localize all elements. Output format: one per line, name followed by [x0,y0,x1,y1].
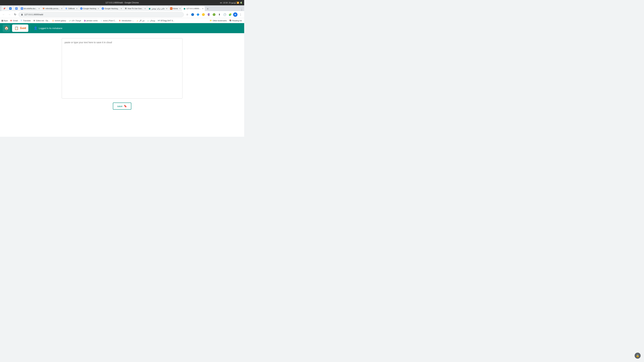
extension-3-button[interactable]: 🟡 [201,12,206,17]
tab-google-hacking-1[interactable]: G Google Hacking ✕ [79,6,100,11]
new-tab-button[interactable]: + [206,7,210,11]
bookmark-star-button[interactable]: ☆ [185,12,190,17]
tab-jati[interactable]: ◉ جاتی برای نوشتن ✕ [147,6,168,11]
tab-pin-2[interactable]: M [8,6,14,11]
close-button[interactable]: ✕ [239,1,243,5]
icono-favicon: i [100,19,102,22]
bookmark-label: میر کار [139,19,144,22]
main-content: save 🔖 [0,33,244,137]
bookmarks-bar: ⊞ Apps M Gmail T Translate M Editor.md -… [0,18,244,23]
profile-button[interactable]: M [233,12,238,17]
save-button[interactable]: save 🔖 [113,103,132,110]
apps-label: Apps [4,19,8,22]
tab-label: How To Use Goo... [128,7,143,9]
intro-favicon: B [119,19,121,22]
tab-close-button[interactable]: ✕ [38,8,40,9]
tab-mthri[interactable]: M mthri/dfp-persia... ✕ [41,6,64,11]
bookmark-label: Introduction -... [122,19,134,22]
reload-button[interactable]: ↻ [13,12,18,17]
torrent-favicon: ◎ [52,19,54,22]
persian-comic-favicon: ◑ [83,19,86,22]
tab-close-button[interactable]: ✕ [179,8,180,9]
save-icon: 🔖 [124,105,127,108]
maximize-button[interactable]: □ [234,1,238,4]
guid-button[interactable]: 📋 Guid [12,24,28,32]
bookmark-label: icono | Pure C... [103,19,116,22]
translate-favicon: T [20,19,22,22]
bookmark-label: Editor.md - Op... [36,19,50,22]
reading-list-icon: 📚 [229,19,232,22]
svg-text:G: G [81,8,82,9]
tab-close-button[interactable]: ✕ [144,8,146,9]
bookmark-gmail[interactable]: M Gmail [9,19,19,22]
tab-close-button[interactable]: ✕ [202,8,204,9]
tab-how-to-use[interactable]: ⌘ How To Use Goo... ✕ [123,6,147,11]
tab-search-button[interactable]: ⋮ [240,8,243,11]
tab-current[interactable]: ◉ 127.0.0.1:8000/... ✕ [182,6,205,11]
extension-1-button[interactable]: 🔵 [190,12,195,17]
tab-favicon: ◉ [148,7,151,10]
bookmark-persian-comic[interactable]: ◑ persian comic [82,19,99,22]
svg-text:G: G [102,8,103,9]
window-title: 127.0.0.1:8000/add - Google Chrome [106,1,139,4]
tab-label: جاتی برای نوشتن [152,7,164,10]
bookmark-reading-list-button[interactable]: 📚 Reading list [228,19,243,22]
extension-5-button[interactable]: 🟢 [212,12,216,17]
tab-pin-3[interactable]: W [14,6,20,11]
tab-home[interactable]: M Home ✕ [169,6,182,11]
bookmark-label: بوستان [150,19,155,22]
save-label: save [117,105,122,108]
history-button[interactable]: 🕐 [222,12,227,17]
tab-favicon: W [15,7,18,10]
bookmark-boustan[interactable]: ب بوستان [146,19,156,22]
tab-label: Google Hacking... [105,7,119,9]
navigation-bar: ← → ↻ 127.0.0.1:8000/add ☆ 🔵 🔷 🟡 🔮 🟢 ⬇ 🕐… [0,11,244,18]
forward-button[interactable]: → [7,12,12,17]
text-input[interactable] [62,38,182,98]
text-area-container [62,38,182,99]
app-header: 🏠 📋 Guid 👤 Logged In As mshabane [0,23,244,33]
home-button[interactable]: 🏠 [3,24,10,32]
tab-favicon: M [9,7,12,10]
bookmark-editor-md[interactable]: M Editor.md - Op... [32,19,50,22]
tab-close-button[interactable]: ✕ [76,8,78,9]
tab-close-button[interactable]: ✕ [98,8,99,9]
bookmark-label: Other bookmarks [213,19,227,22]
more-button[interactable]: ⋮ [238,12,243,17]
extension-2-button[interactable]: 🔷 [196,12,200,17]
home-icon: 🏠 [4,26,9,30]
tab-bit-orbit[interactable]: W bit-orbit/fa.doc... ✕ [20,6,41,11]
tab-favicon: G [80,7,82,10]
tab-google-hacking-2[interactable]: G Google Hacking... ✕ [100,6,123,11]
extensions-button[interactable]: 🧩 [228,12,232,17]
bookmark-other-button[interactable]: 📁 Other bookmarks [209,19,228,22]
user-logged-in-text: Logged In As mshabane [39,27,62,29]
tab-close-button[interactable]: ✕ [166,8,167,9]
apps-grid-icon: ⊞ [1,19,3,22]
downloads-button[interactable]: ⬇ [217,12,222,17]
bookmark-translate[interactable]: T Translate [19,19,32,22]
tab-favicon: ⌘ [124,7,127,10]
bookmark-btdigg[interactable]: inf BTDigg DHT S... [157,19,176,22]
bookmark-label: persian comic [86,19,98,22]
tab-close-button[interactable]: ✕ [61,8,62,9]
bookmark-mir-kar[interactable]: م میر کار [135,19,146,22]
bookmark-label: Reading list [232,19,242,22]
address-bar[interactable]: 127.0.0.1:8000/add [18,12,184,17]
bookmark-torrent-galaxy[interactable]: ◎ torrent galaxy [51,19,67,22]
tab-close-button[interactable]: ✕ [120,8,122,9]
extension-4-button[interactable]: 🔮 [206,12,211,17]
minimize-button[interactable]: ─ [230,1,234,4]
user-info: 👤 Logged In As mshabane [34,26,62,30]
svg-rect-4 [21,14,23,15]
bookmark-foushfa[interactable]: ف فوشفا | خانه [68,19,82,22]
guid-icon: 📋 [14,26,18,30]
apps-button[interactable]: ⊞ Apps [1,19,8,22]
bookmark-icono[interactable]: i icono | Pure C... [99,19,118,22]
bookmark-introduction[interactable]: B Introduction -... [118,19,135,22]
bookmark-label: فوشفا | خانه [72,19,81,22]
gmail-favicon: M [10,19,12,22]
tab-pin-1[interactable]: 📌 [1,6,8,11]
tab-gitbook[interactable]: G GitBook ✕ [64,6,79,11]
back-button[interactable]: ← [1,12,6,17]
